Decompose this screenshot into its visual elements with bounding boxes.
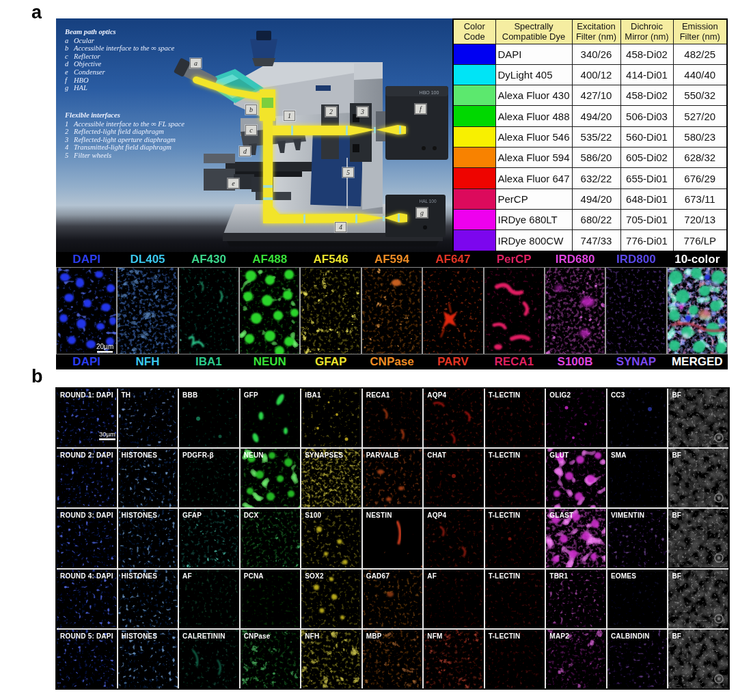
svg-text:20µm: 20µm [96, 343, 113, 350]
svg-text:HBO 100: HBO 100 [420, 90, 439, 95]
svg-text:30µm: 30µm [99, 430, 115, 438]
svg-text:HAL 100: HAL 100 [419, 199, 436, 204]
